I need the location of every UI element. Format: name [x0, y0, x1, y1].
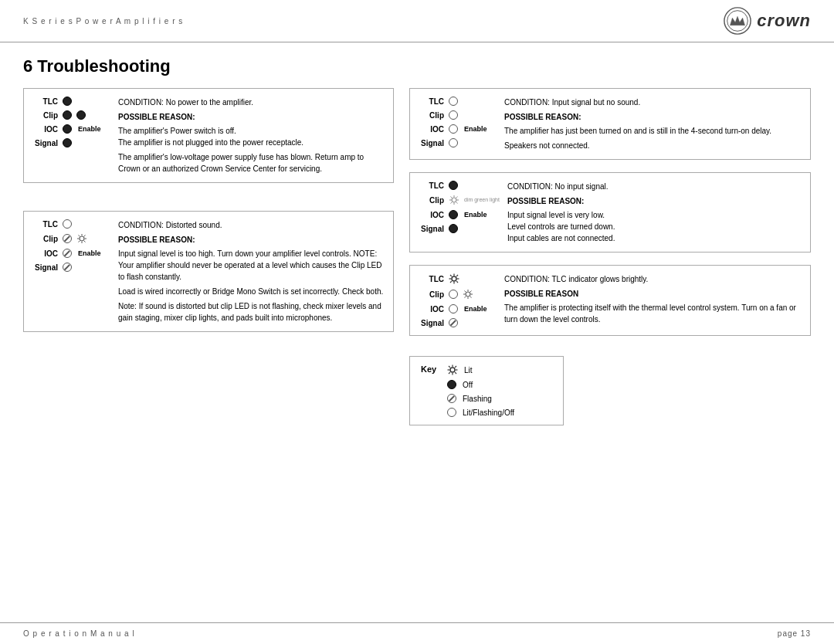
led-row-signal-4: Signal	[419, 224, 500, 233]
text-panel-3: CONDITION: Input signal but no sound. PO…	[504, 97, 801, 151]
led-panel-1: TLC Clip IOC Enable Signal	[33, 97, 110, 175]
tlc-led-1	[63, 97, 72, 106]
possible-reason-1: POSSIBLE REASON:	[118, 111, 384, 123]
led-row-signal-2: Signal	[33, 263, 110, 272]
clip-label-4: Clip	[419, 196, 444, 205]
ioc-label-4: IOC	[419, 211, 444, 219]
led-row-clip-4: Clip di	[419, 195, 500, 205]
svg-point-38	[450, 368, 455, 372]
reason-3-2: Speakers not connected.	[504, 140, 801, 151]
clip-label-2: Clip	[33, 235, 58, 243]
clip-sun-4	[449, 195, 459, 205]
key-item-lit: Lit	[447, 364, 514, 375]
led-panel-5: TLC	[419, 273, 497, 327]
diag-box-no-power: TLC Clip IOC Enable Signal	[23, 88, 394, 183]
svg-line-34	[465, 291, 466, 293]
signal-led-2	[63, 263, 72, 272]
clip-label-5: Clip	[419, 290, 444, 299]
crown-brand-text: crown	[757, 11, 811, 31]
key-empty-icon	[447, 408, 456, 417]
key-box: Key	[409, 356, 564, 425]
key-sun-icon	[447, 364, 458, 375]
diag-box-tlc: TLC	[409, 265, 811, 336]
clip-led-5	[449, 290, 458, 299]
enable-label-5: Enable	[464, 305, 487, 313]
led-row-tlc-3: TLC	[419, 97, 497, 106]
condition-2: CONDITION: Distorted sound.	[118, 219, 384, 231]
reason-2-1: Input signal level is too high. Turn dow…	[118, 248, 384, 283]
svg-line-16	[451, 197, 453, 198]
diag-box-no-sound: TLC Clip IOC Enable Signal COND	[409, 88, 811, 160]
reason-1-1: The amplifier's Power switch is off.	[118, 125, 384, 137]
dim-green-label: dim green light	[464, 197, 500, 203]
ioc-led-4	[449, 210, 458, 219]
tlc-label-5: TLC	[419, 275, 444, 283]
possible-reason-5: POSSIBLE REASON	[504, 288, 801, 300]
clip-led-1b	[76, 110, 86, 120]
ioc-label-3: IOC	[419, 125, 444, 134]
svg-point-2	[80, 236, 84, 241]
signal-led-1	[63, 138, 72, 147]
signal-label-2: Signal	[33, 263, 58, 272]
key-filled-icon	[447, 380, 456, 389]
svg-line-36	[470, 291, 472, 293]
key-label: Key	[421, 364, 439, 374]
svg-line-43	[449, 366, 450, 368]
led-row-ioc-1: IOC Enable	[33, 124, 110, 134]
key-lit-text: Lit	[464, 366, 473, 375]
clip-led-3	[449, 110, 458, 120]
reason-3-1: The amplifier has just been turned on an…	[504, 125, 801, 137]
svg-line-45	[455, 366, 456, 368]
led-row-tlc-4: TLC	[419, 181, 500, 190]
led-row-ioc-5: IOC Enable	[419, 304, 497, 314]
signal-led-4	[449, 224, 458, 233]
clip-led-2	[63, 234, 72, 243]
svg-point-20	[452, 276, 456, 281]
key-lit-flash-off-text: Lit/Flashing/Off	[463, 408, 514, 417]
ioc-label-5: IOC	[419, 305, 444, 314]
key-flashing-text: Flashing	[463, 395, 492, 403]
svg-line-35	[470, 297, 472, 298]
led-row-tlc-2: TLC	[33, 219, 110, 229]
tlc-label-2: TLC	[33, 220, 58, 229]
key-flashing-icon	[447, 394, 456, 403]
text-panel-5: CONDITION: TLC indicator glows brightly.…	[504, 273, 801, 327]
svg-line-25	[450, 275, 452, 276]
footer: O p e r a t i o n M a n u a l page 13	[0, 622, 834, 644]
footer-right: page 13	[778, 629, 811, 638]
condition-5: CONDITION: TLC indicator glows brightly.	[504, 273, 801, 285]
led-row-clip-5: Clip	[419, 289, 497, 300]
tlc-label-4: TLC	[419, 181, 444, 190]
footer-left: O p e r a t i o n M a n u a l	[23, 629, 135, 638]
led-panel-4: TLC Clip	[419, 181, 500, 244]
reason-4-2: Level controls are turned down.	[507, 221, 801, 232]
svg-line-10	[79, 241, 80, 242]
led-panel-2: TLC Clip	[33, 219, 110, 324]
clip-label-1: Clip	[33, 111, 58, 120]
possible-reason-3: POSSIBLE REASON:	[504, 111, 801, 123]
svg-line-46	[449, 372, 450, 374]
clip-led-1	[63, 110, 72, 120]
key-container: Key	[409, 351, 811, 425]
tlc-label-3: TLC	[419, 97, 444, 106]
enable-label-1: Enable	[78, 125, 101, 133]
diag-box-distorted: TLC Clip	[23, 211, 394, 332]
crown-logo-icon	[723, 6, 752, 36]
tlc-led-4	[449, 181, 458, 190]
svg-point-11	[452, 198, 456, 202]
enable-label-4: Enable	[464, 211, 487, 219]
led-row-signal-5: Signal	[419, 318, 497, 327]
right-column: TLC Clip IOC Enable Signal COND	[409, 88, 811, 425]
key-item-lit-flash-off: Lit/Flashing/Off	[447, 408, 514, 417]
svg-line-9	[84, 236, 86, 237]
reason-2-3: Note: If sound is distorted but clip LED…	[118, 300, 384, 324]
led-row-clip-1: Clip	[33, 110, 110, 120]
condition-4: CONDITION: No input signal.	[507, 181, 801, 192]
signal-label-4: Signal	[419, 225, 444, 233]
tlc-led-3	[449, 97, 458, 106]
svg-line-18	[456, 197, 458, 198]
clip-sun-5	[463, 289, 473, 300]
reason-1-2: The amplifier is not plugged into the po…	[118, 137, 384, 148]
led-row-ioc-4: IOC Enable	[419, 210, 500, 219]
led-panel-3: TLC Clip IOC Enable Signal	[419, 97, 497, 151]
